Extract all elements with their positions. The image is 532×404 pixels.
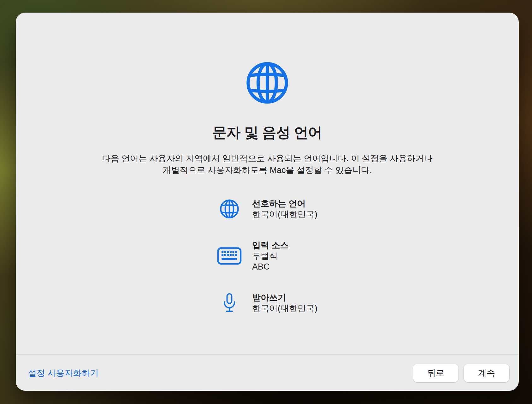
setting-row-preferred-language: 선호하는 언어 한국어(대한민국) — [210, 198, 317, 220]
page-description: 다음 언어는 사용자의 지역에서 일반적으로 사용되는 언어입니다. 이 설정을… — [16, 153, 519, 176]
page-title: 문자 및 음성 언어 — [16, 124, 519, 141]
setting-row-input-sources: 입력 소스 두벌식 ABC — [210, 240, 317, 272]
setting-label: 선호하는 언어 — [252, 198, 317, 209]
description-line-1: 다음 언어는 사용자의 지역에서 일반적으로 사용되는 언어입니다. 이 설정을… — [16, 153, 519, 164]
language-settings-list: 선호하는 언어 한국어(대한민국) 입력 소스 두벌식 ABC 받아쓰기 한국어… — [210, 198, 317, 314]
setting-value: 한국어(대한민국) — [252, 303, 317, 314]
keyboard-icon — [210, 247, 248, 265]
globe-hero-icon — [245, 61, 290, 105]
globe-icon — [210, 199, 248, 219]
setting-value: ABC — [252, 261, 289, 272]
back-button[interactable]: 뒤로 — [413, 364, 458, 382]
setting-label: 입력 소스 — [252, 240, 289, 251]
footer-bar: 설정 사용자화하기 뒤로 계속 — [16, 354, 519, 391]
description-line-2: 개별적으로 사용자화하도록 Mac을 설정할 수 있습니다. — [16, 164, 519, 176]
setting-value: 두벌식 — [252, 251, 289, 261]
footer-buttons: 뒤로 계속 — [413, 364, 509, 382]
microphone-icon — [210, 293, 248, 313]
setup-assistant-window: 문자 및 음성 언어 다음 언어는 사용자의 지역에서 일반적으로 사용되는 언… — [16, 13, 519, 391]
setting-row-dictation: 받아쓰기 한국어(대한민국) — [210, 292, 317, 314]
setting-label: 받아쓰기 — [252, 292, 317, 303]
customize-settings-link[interactable]: 설정 사용자화하기 — [28, 367, 99, 379]
setting-value: 한국어(대한민국) — [252, 209, 317, 220]
continue-button[interactable]: 계속 — [464, 364, 509, 382]
